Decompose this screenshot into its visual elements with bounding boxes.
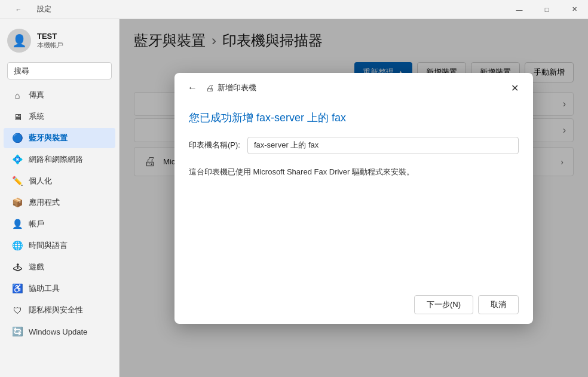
dialog-title: 🖨 新增印表機: [206, 82, 256, 93]
accounts-icon: 👤: [12, 219, 23, 229]
user-subtitle: 本機帳戶: [37, 41, 63, 50]
app-title: 設定: [37, 4, 51, 14]
sidebar-item-label-personalization: 個人化: [29, 176, 52, 186]
dialog-body: 您已成功新增 fax-server 上的 fax 印表機名稱(P): 這台印表機…: [174, 101, 533, 286]
sidebar-item-accounts[interactable]: 👤 帳戶: [4, 214, 115, 234]
app-layout: 👤 TEST 本機帳戶 ⌂ 傳真 🖥 系統 🔵 藍牙與裝置 💠 網路和網際網路 …: [0, 19, 588, 377]
dialog-titlebar-left: ← 🖨 新增印表機: [184, 81, 256, 94]
sidebar-item-personalization[interactable]: ✏️ 個人化: [4, 171, 115, 191]
time-icon: 🌐: [12, 240, 23, 251]
sidebar-item-label-bluetooth: 藍牙與裝置: [29, 133, 68, 143]
bluetooth-icon: 🔵: [12, 133, 23, 143]
accessibility-icon: ♿: [12, 283, 23, 294]
user-profile: 👤 TEST 本機帳戶: [0, 19, 119, 62]
sidebar-item-windows-update[interactable]: 🔄 Windows Update: [4, 321, 115, 342]
dialog-field-label: 印表機名稱(P):: [189, 140, 240, 151]
sidebar-item-apps[interactable]: 📦 應用程式: [4, 192, 115, 213]
printer-name-input[interactable]: [247, 137, 519, 154]
sidebar-item-time[interactable]: 🌐 時間與語言: [4, 235, 115, 256]
next-button[interactable]: 下一步(N): [414, 295, 473, 314]
sidebar-item-label-home: 傳真: [29, 90, 44, 100]
dialog-success-title: 您已成功新增 fax-server 上的 fax: [189, 111, 519, 125]
sidebar-item-label-gaming: 遊戲: [29, 262, 44, 272]
dialog-close-button[interactable]: ✕: [506, 80, 523, 96]
sidebar-item-label-accessibility: 協助工具: [29, 283, 60, 294]
close-button[interactable]: ✕: [561, 0, 588, 19]
dialog-field-row: 印表機名稱(P):: [189, 137, 519, 154]
sidebar: 👤 TEST 本機帳戶 ⌂ 傳真 🖥 系統 🔵 藍牙與裝置 💠 網路和網際網路 …: [0, 19, 120, 377]
maximize-button[interactable]: □: [533, 0, 561, 19]
back-button[interactable]: ←: [5, 0, 32, 19]
titlebar-left: ← 設定: [5, 0, 51, 19]
dialog-title-label: 新增印表機: [218, 82, 256, 93]
titlebar: ← 設定 — □ ✕: [0, 0, 588, 19]
sidebar-item-label-apps: 應用程式: [29, 197, 60, 208]
sidebar-item-label-privacy: 隱私權與安全性: [29, 305, 83, 315]
main-content: 藍牙與裝置 › 印表機與掃描器 重新整理 ▲ 新增裝置 新增裝置 手動新增 ›: [120, 19, 588, 377]
sidebar-item-accessibility[interactable]: ♿ 協助工具: [4, 278, 115, 299]
add-printer-dialog: ← 🖨 新增印表機 ✕ 您已成功新增 fax-server 上的 fax 印表機…: [174, 73, 533, 324]
titlebar-controls: — □ ✕: [506, 0, 588, 19]
gaming-icon: 🕹: [12, 262, 23, 272]
sidebar-item-network[interactable]: 💠 網路和網際網路: [4, 149, 115, 170]
apps-icon: 📦: [12, 197, 23, 208]
minimize-button[interactable]: —: [506, 0, 533, 19]
system-icon: 🖥: [12, 111, 23, 122]
network-icon: 💠: [12, 154, 23, 165]
cancel-button[interactable]: 取消: [478, 295, 519, 314]
dialog-titlebar: ← 🖨 新增印表機 ✕: [174, 73, 533, 101]
sidebar-item-home[interactable]: ⌂ 傳真: [4, 85, 115, 105]
sidebar-item-label-accounts: 帳戶: [29, 219, 44, 229]
dialog-footer: 下一步(N) 取消: [174, 286, 533, 324]
privacy-icon: 🛡: [12, 305, 23, 315]
home-icon: ⌂: [12, 90, 23, 100]
sidebar-item-system[interactable]: 🖥 系統: [4, 106, 115, 127]
sidebar-item-label-system: 系統: [29, 111, 44, 122]
sidebar-item-label-time: 時間與語言: [29, 240, 68, 251]
windows-update-icon: 🔄: [12, 326, 23, 337]
dialog-printer-icon: 🖨: [206, 83, 214, 93]
sidebar-item-bluetooth[interactable]: 🔵 藍牙與裝置: [4, 128, 115, 148]
modal-overlay: ← 🖨 新增印表機 ✕ 您已成功新增 fax-server 上的 fax 印表機…: [120, 19, 588, 377]
user-info: TEST 本機帳戶: [37, 32, 63, 50]
dialog-info-text: 這台印表機已使用 Microsoft Shared Fax Driver 驅動程…: [189, 166, 519, 178]
sidebar-item-label-network: 網路和網際網路: [29, 154, 83, 165]
dialog-back-button[interactable]: ←: [184, 81, 201, 94]
sidebar-item-label-windows-update: Windows Update: [29, 327, 87, 336]
sidebar-item-gaming[interactable]: 🕹 遊戲: [4, 257, 115, 277]
user-name: TEST: [37, 32, 63, 41]
personalization-icon: ✏️: [12, 176, 23, 186]
avatar: 👤: [7, 29, 31, 53]
search-input[interactable]: [7, 62, 112, 79]
sidebar-item-privacy[interactable]: 🛡 隱私權與安全性: [4, 300, 115, 320]
